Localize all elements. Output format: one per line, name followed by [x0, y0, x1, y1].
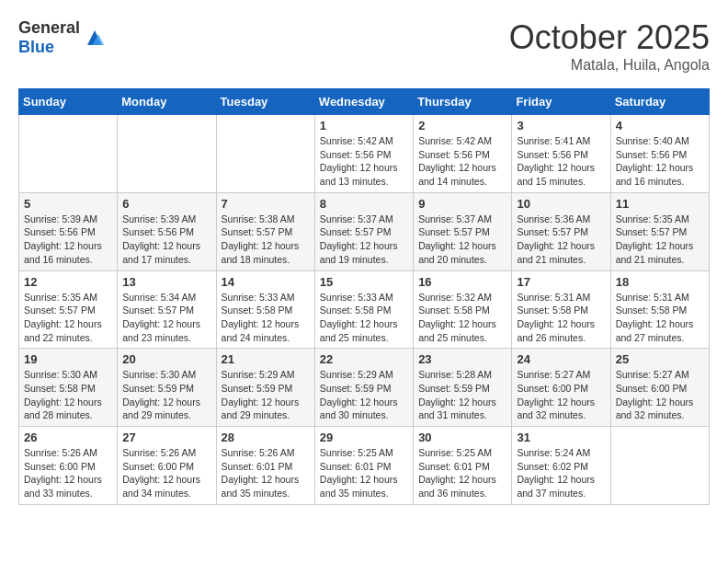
- calendar-cell: 11Sunrise: 5:35 AM Sunset: 5:57 PM Dayli…: [610, 192, 709, 270]
- day-info: Sunrise: 5:31 AM Sunset: 5:58 PM Dayligh…: [616, 291, 704, 345]
- day-info: Sunrise: 5:24 AM Sunset: 6:02 PM Dayligh…: [517, 446, 605, 500]
- calendar-cell: 28Sunrise: 5:26 AM Sunset: 6:01 PM Dayli…: [216, 427, 314, 505]
- day-info: Sunrise: 5:33 AM Sunset: 5:58 PM Dayligh…: [222, 291, 310, 345]
- col-monday: Monday: [118, 89, 216, 115]
- day-number: 28: [222, 431, 310, 444]
- calendar-cell: 3Sunrise: 5:41 AM Sunset: 5:56 PM Daylig…: [512, 115, 610, 193]
- day-number: 24: [517, 352, 605, 366]
- calendar-cell: 2Sunrise: 5:42 AM Sunset: 5:56 PM Daylig…: [414, 115, 512, 193]
- calendar-week-row: 26Sunrise: 5:26 AM Sunset: 6:00 PM Dayli…: [19, 427, 710, 505]
- day-info: Sunrise: 5:30 AM Sunset: 5:58 PM Dayligh…: [24, 368, 112, 422]
- calendar-week-row: 1Sunrise: 5:42 AM Sunset: 5:56 PM Daylig…: [19, 115, 710, 193]
- title-block: October 2025 Matala, Huila, Angola: [509, 18, 710, 74]
- day-number: 23: [418, 352, 506, 366]
- col-friday: Friday: [512, 89, 610, 115]
- day-info: Sunrise: 5:38 AM Sunset: 5:57 PM Dayligh…: [222, 213, 310, 267]
- calendar-cell: 18Sunrise: 5:31 AM Sunset: 5:58 PM Dayli…: [610, 270, 709, 349]
- calendar-cell: 26Sunrise: 5:26 AM Sunset: 6:00 PM Dayli…: [19, 427, 118, 505]
- col-saturday: Saturday: [610, 89, 709, 115]
- calendar-week-row: 5Sunrise: 5:39 AM Sunset: 5:56 PM Daylig…: [19, 192, 710, 270]
- calendar-cell: 25Sunrise: 5:27 AM Sunset: 6:00 PM Dayli…: [610, 349, 709, 427]
- calendar-cell: 23Sunrise: 5:28 AM Sunset: 5:59 PM Dayli…: [414, 349, 512, 427]
- day-info: Sunrise: 5:31 AM Sunset: 5:58 PM Dayligh…: [517, 291, 605, 345]
- calendar-body: 1Sunrise: 5:42 AM Sunset: 5:56 PM Daylig…: [19, 115, 710, 505]
- day-info: Sunrise: 5:35 AM Sunset: 5:57 PM Dayligh…: [24, 291, 112, 345]
- day-number: 19: [24, 352, 112, 366]
- day-number: 10: [517, 197, 605, 211]
- calendar-cell: 4Sunrise: 5:40 AM Sunset: 5:56 PM Daylig…: [610, 115, 709, 193]
- day-number: 9: [418, 197, 506, 211]
- col-thursday: Thursday: [414, 89, 512, 115]
- day-info: Sunrise: 5:27 AM Sunset: 6:00 PM Dayligh…: [517, 368, 605, 422]
- day-number: 18: [616, 275, 704, 289]
- day-number: 31: [517, 431, 605, 444]
- day-number: 29: [320, 431, 408, 444]
- col-sunday: Sunday: [19, 89, 118, 115]
- calendar-cell: 22Sunrise: 5:29 AM Sunset: 5:59 PM Dayli…: [314, 349, 413, 427]
- calendar-cell: 30Sunrise: 5:25 AM Sunset: 6:01 PM Dayli…: [414, 427, 512, 505]
- day-info: Sunrise: 5:40 AM Sunset: 5:56 PM Dayligh…: [616, 134, 704, 189]
- day-info: Sunrise: 5:42 AM Sunset: 5:56 PM Dayligh…: [320, 134, 408, 189]
- subtitle: Matala, Huila, Angola: [509, 57, 710, 74]
- day-info: Sunrise: 5:41 AM Sunset: 5:56 PM Dayligh…: [517, 134, 605, 189]
- day-info: Sunrise: 5:33 AM Sunset: 5:58 PM Dayligh…: [320, 291, 408, 345]
- calendar-cell: 27Sunrise: 5:26 AM Sunset: 6:00 PM Dayli…: [118, 427, 216, 505]
- day-info: Sunrise: 5:37 AM Sunset: 5:57 PM Dayligh…: [418, 213, 506, 267]
- day-number: 27: [122, 431, 210, 444]
- header: General Blue October 2025 Matala, Huila,…: [18, 18, 710, 74]
- day-number: 14: [222, 275, 310, 289]
- day-number: 11: [616, 197, 704, 211]
- day-info: Sunrise: 5:28 AM Sunset: 5:59 PM Dayligh…: [418, 368, 506, 422]
- day-info: Sunrise: 5:32 AM Sunset: 5:58 PM Dayligh…: [418, 291, 506, 345]
- day-number: 12: [24, 275, 112, 289]
- calendar-cell: 5Sunrise: 5:39 AM Sunset: 5:56 PM Daylig…: [19, 192, 118, 270]
- day-number: 8: [320, 197, 408, 211]
- calendar-cell: [19, 115, 118, 193]
- day-number: 20: [122, 352, 210, 366]
- day-number: 16: [418, 275, 506, 289]
- calendar-cell: 16Sunrise: 5:32 AM Sunset: 5:58 PM Dayli…: [414, 270, 512, 349]
- day-info: Sunrise: 5:34 AM Sunset: 5:57 PM Dayligh…: [122, 291, 210, 345]
- day-number: 15: [320, 275, 408, 289]
- day-number: 21: [222, 352, 310, 366]
- day-info: Sunrise: 5:39 AM Sunset: 5:56 PM Dayligh…: [122, 213, 210, 267]
- calendar-cell: 6Sunrise: 5:39 AM Sunset: 5:56 PM Daylig…: [118, 192, 216, 270]
- day-number: 22: [320, 352, 408, 366]
- calendar-cell: 19Sunrise: 5:30 AM Sunset: 5:58 PM Dayli…: [19, 349, 118, 427]
- day-info: Sunrise: 5:39 AM Sunset: 5:56 PM Dayligh…: [24, 213, 112, 267]
- calendar-cell: 24Sunrise: 5:27 AM Sunset: 6:00 PM Dayli…: [512, 349, 610, 427]
- calendar-cell: 14Sunrise: 5:33 AM Sunset: 5:58 PM Dayli…: [216, 270, 314, 349]
- day-info: Sunrise: 5:29 AM Sunset: 5:59 PM Dayligh…: [222, 368, 310, 422]
- logo-general: General: [18, 18, 80, 38]
- calendar-cell: [118, 115, 216, 193]
- day-info: Sunrise: 5:26 AM Sunset: 6:01 PM Dayligh…: [222, 446, 310, 500]
- calendar-cell: 15Sunrise: 5:33 AM Sunset: 5:58 PM Dayli…: [314, 270, 413, 349]
- day-number: 26: [24, 431, 112, 444]
- day-number: 4: [616, 119, 704, 132]
- weekday-row: Sunday Monday Tuesday Wednesday Thursday…: [19, 89, 710, 115]
- calendar-cell: 1Sunrise: 5:42 AM Sunset: 5:56 PM Daylig…: [314, 115, 413, 193]
- day-info: Sunrise: 5:27 AM Sunset: 6:00 PM Dayligh…: [616, 368, 704, 422]
- page-container: General Blue October 2025 Matala, Huila,…: [0, 0, 728, 514]
- calendar-cell: [216, 115, 314, 193]
- day-info: Sunrise: 5:42 AM Sunset: 5:56 PM Dayligh…: [418, 134, 506, 189]
- calendar-cell: 13Sunrise: 5:34 AM Sunset: 5:57 PM Dayli…: [118, 270, 216, 349]
- calendar-cell: 29Sunrise: 5:25 AM Sunset: 6:01 PM Dayli…: [314, 427, 413, 505]
- logo-icon: [84, 27, 106, 49]
- calendar-cell: 9Sunrise: 5:37 AM Sunset: 5:57 PM Daylig…: [414, 192, 512, 270]
- day-info: Sunrise: 5:26 AM Sunset: 6:00 PM Dayligh…: [122, 446, 210, 500]
- day-number: 30: [418, 431, 506, 444]
- col-tuesday: Tuesday: [216, 89, 314, 115]
- day-info: Sunrise: 5:25 AM Sunset: 6:01 PM Dayligh…: [320, 446, 408, 500]
- calendar-cell: 7Sunrise: 5:38 AM Sunset: 5:57 PM Daylig…: [216, 192, 314, 270]
- day-number: 2: [418, 119, 506, 132]
- calendar-cell: 20Sunrise: 5:30 AM Sunset: 5:59 PM Dayli…: [118, 349, 216, 427]
- logo: General Blue: [18, 18, 106, 57]
- calendar-cell: 10Sunrise: 5:36 AM Sunset: 5:57 PM Dayli…: [512, 192, 610, 270]
- calendar-week-row: 12Sunrise: 5:35 AM Sunset: 5:57 PM Dayli…: [19, 270, 710, 349]
- month-title: October 2025: [509, 18, 710, 57]
- day-info: Sunrise: 5:37 AM Sunset: 5:57 PM Dayligh…: [320, 213, 408, 267]
- day-number: 5: [24, 197, 112, 211]
- day-number: 25: [616, 352, 704, 366]
- day-info: Sunrise: 5:29 AM Sunset: 5:59 PM Dayligh…: [320, 368, 408, 422]
